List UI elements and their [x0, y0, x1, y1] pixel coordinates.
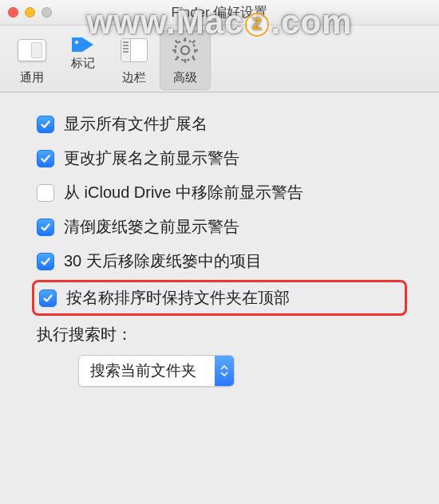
- tab-sidebar[interactable]: 边栏: [109, 30, 160, 90]
- option-label: 从 iCloud Drive 中移除前显示警告: [64, 182, 303, 203]
- switch-icon: [15, 33, 49, 67]
- option-label: 更改扩展名之前显示警告: [64, 148, 239, 169]
- option-row: 清倒废纸篓之前显示警告: [37, 216, 402, 238]
- tab-label: 高级: [161, 70, 209, 85]
- checkbox[interactable]: [37, 150, 54, 167]
- option-row: 更改扩展名之前显示警告: [37, 148, 402, 169]
- sidebar-icon: [117, 33, 151, 67]
- advanced-pane: 显示所有文件扩展名更改扩展名之前显示警告从 iCloud Drive 中移除前显…: [0, 93, 439, 403]
- gear-icon: [168, 33, 202, 67]
- window-title: Finder 偏好设置: [0, 3, 439, 22]
- option-row: 从 iCloud Drive 中移除前显示警告: [37, 182, 402, 203]
- search-label: 执行搜索时：: [37, 324, 402, 345]
- select-value: 搜索当前文件夹: [79, 356, 215, 386]
- option-label: 显示所有文件扩展名: [64, 113, 208, 135]
- tab-label: 通用: [8, 70, 56, 85]
- option-label: 30 天后移除废纸篓中的项目: [64, 250, 262, 272]
- tab-advanced[interactable]: 高级: [160, 30, 211, 90]
- tab-general[interactable]: 通用: [6, 30, 57, 90]
- svg-point-0: [75, 41, 78, 44]
- option-row: 30 天后移除废纸篓中的项目: [37, 250, 402, 272]
- checkbox[interactable]: [37, 184, 54, 202]
- checkbox[interactable]: [37, 253, 54, 270]
- stepper-arrows-icon: [215, 356, 234, 386]
- checkbox[interactable]: [37, 116, 54, 133]
- option-row: 显示所有文件扩展名: [37, 113, 402, 135]
- option-label: 按名称排序时保持文件夹在顶部: [66, 287, 290, 309]
- checkbox[interactable]: [37, 219, 54, 236]
- tab-label: 边栏: [110, 70, 158, 85]
- svg-point-2: [175, 40, 195, 60]
- option-label: 清倒废纸篓之前显示警告: [64, 216, 239, 238]
- svg-point-1: [181, 46, 189, 54]
- tag-icon: [69, 33, 97, 53]
- option-row: 按名称排序时保持文件夹在顶部: [32, 280, 407, 316]
- checkbox[interactable]: [39, 289, 57, 307]
- tab-tags[interactable]: 标记: [57, 30, 109, 90]
- titlebar: Finder 偏好设置: [0, 0, 439, 26]
- tab-label: 标记: [59, 56, 107, 71]
- toolbar: 通用 标记 边栏 高级: [0, 26, 439, 93]
- search-scope-select[interactable]: 搜索当前文件夹: [78, 355, 235, 387]
